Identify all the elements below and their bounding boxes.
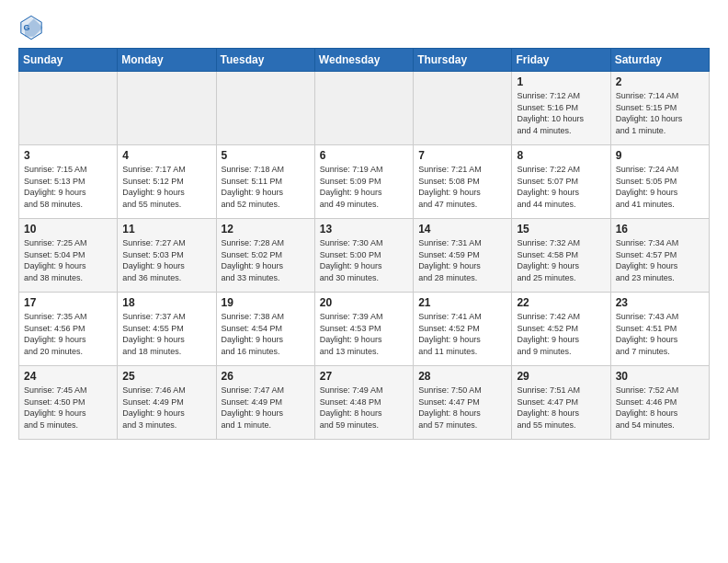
day-cell: 5Sunrise: 7:18 AM Sunset: 5:11 PM Daylig… — [216, 145, 314, 219]
day-cell: 24Sunrise: 7:45 AM Sunset: 4:50 PM Dayli… — [19, 366, 118, 440]
day-info: Sunrise: 7:47 AM Sunset: 4:49 PM Dayligh… — [222, 385, 310, 431]
day-cell: 15Sunrise: 7:32 AM Sunset: 4:58 PM Dayli… — [512, 219, 610, 293]
day-number: 3 — [24, 149, 112, 162]
day-cell: 2Sunrise: 7:14 AM Sunset: 5:15 PM Daylig… — [610, 72, 709, 145]
header: G — [18, 15, 710, 40]
day-number: 27 — [320, 370, 408, 383]
day-info: Sunrise: 7:45 AM Sunset: 4:50 PM Dayligh… — [24, 385, 112, 431]
day-number: 10 — [24, 223, 112, 236]
column-header-saturday: Saturday — [610, 49, 709, 72]
day-cell: 14Sunrise: 7:31 AM Sunset: 4:59 PM Dayli… — [414, 219, 512, 293]
day-info: Sunrise: 7:24 AM Sunset: 5:05 PM Dayligh… — [616, 164, 704, 210]
day-info: Sunrise: 7:15 AM Sunset: 5:13 PM Dayligh… — [24, 164, 112, 210]
day-number: 21 — [418, 296, 506, 309]
day-number: 26 — [222, 370, 310, 383]
day-cell: 4Sunrise: 7:17 AM Sunset: 5:12 PM Daylig… — [118, 145, 216, 219]
day-number: 9 — [616, 149, 704, 162]
day-number: 7 — [418, 149, 506, 162]
day-info: Sunrise: 7:25 AM Sunset: 5:04 PM Dayligh… — [24, 237, 112, 283]
day-cell: 20Sunrise: 7:39 AM Sunset: 4:53 PM Dayli… — [314, 293, 413, 366]
week-row-2: 3Sunrise: 7:15 AM Sunset: 5:13 PM Daylig… — [19, 145, 710, 219]
day-info: Sunrise: 7:12 AM Sunset: 5:16 PM Dayligh… — [517, 90, 605, 136]
day-number: 17 — [24, 296, 112, 309]
day-info: Sunrise: 7:18 AM Sunset: 5:11 PM Dayligh… — [222, 164, 310, 210]
day-cell — [216, 72, 314, 145]
day-info: Sunrise: 7:27 AM Sunset: 5:03 PM Dayligh… — [122, 237, 210, 283]
day-number: 2 — [616, 75, 704, 88]
day-number: 29 — [517, 370, 605, 383]
day-number: 14 — [418, 223, 506, 236]
day-info: Sunrise: 7:46 AM Sunset: 4:49 PM Dayligh… — [122, 385, 210, 431]
day-info: Sunrise: 7:31 AM Sunset: 4:59 PM Dayligh… — [418, 237, 506, 283]
day-info: Sunrise: 7:51 AM Sunset: 4:47 PM Dayligh… — [517, 385, 605, 431]
day-cell: 27Sunrise: 7:49 AM Sunset: 4:48 PM Dayli… — [314, 366, 413, 440]
day-cell: 16Sunrise: 7:34 AM Sunset: 4:57 PM Dayli… — [610, 219, 709, 293]
day-info: Sunrise: 7:52 AM Sunset: 4:46 PM Dayligh… — [616, 385, 704, 431]
day-info: Sunrise: 7:39 AM Sunset: 4:53 PM Dayligh… — [320, 311, 408, 357]
day-info: Sunrise: 7:49 AM Sunset: 4:48 PM Dayligh… — [320, 385, 408, 431]
day-cell — [19, 72, 118, 145]
day-info: Sunrise: 7:28 AM Sunset: 5:02 PM Dayligh… — [222, 237, 310, 283]
day-number: 25 — [122, 370, 210, 383]
week-row-3: 10Sunrise: 7:25 AM Sunset: 5:04 PM Dayli… — [19, 219, 710, 293]
day-number: 1 — [517, 75, 605, 88]
day-cell: 9Sunrise: 7:24 AM Sunset: 5:05 PM Daylig… — [610, 145, 709, 219]
day-cell — [314, 72, 413, 145]
header-row: SundayMondayTuesdayWednesdayThursdayFrid… — [19, 49, 710, 72]
day-cell: 18Sunrise: 7:37 AM Sunset: 4:55 PM Dayli… — [118, 293, 216, 366]
day-cell: 1Sunrise: 7:12 AM Sunset: 5:16 PM Daylig… — [512, 72, 610, 145]
day-cell — [414, 72, 512, 145]
day-number: 23 — [616, 296, 704, 309]
day-info: Sunrise: 7:30 AM Sunset: 5:00 PM Dayligh… — [320, 237, 408, 283]
column-header-friday: Friday — [512, 49, 610, 72]
day-number: 22 — [517, 296, 605, 309]
day-number: 19 — [222, 296, 310, 309]
day-number: 16 — [616, 223, 704, 236]
day-cell — [118, 72, 216, 145]
day-cell: 22Sunrise: 7:42 AM Sunset: 4:52 PM Dayli… — [512, 293, 610, 366]
day-cell: 23Sunrise: 7:43 AM Sunset: 4:51 PM Dayli… — [610, 293, 709, 366]
day-number: 6 — [320, 149, 408, 162]
week-row-4: 17Sunrise: 7:35 AM Sunset: 4:56 PM Dayli… — [19, 293, 710, 366]
day-info: Sunrise: 7:35 AM Sunset: 4:56 PM Dayligh… — [24, 311, 112, 357]
day-info: Sunrise: 7:22 AM Sunset: 5:07 PM Dayligh… — [517, 164, 605, 210]
day-info: Sunrise: 7:14 AM Sunset: 5:15 PM Dayligh… — [616, 90, 704, 136]
day-number: 15 — [517, 223, 605, 236]
day-info: Sunrise: 7:34 AM Sunset: 4:57 PM Dayligh… — [616, 237, 704, 283]
day-cell: 12Sunrise: 7:28 AM Sunset: 5:02 PM Dayli… — [216, 219, 314, 293]
day-cell: 3Sunrise: 7:15 AM Sunset: 5:13 PM Daylig… — [19, 145, 118, 219]
column-header-thursday: Thursday — [414, 49, 512, 72]
day-cell: 21Sunrise: 7:41 AM Sunset: 4:52 PM Dayli… — [414, 293, 512, 366]
day-cell: 25Sunrise: 7:46 AM Sunset: 4:49 PM Dayli… — [118, 366, 216, 440]
day-info: Sunrise: 7:42 AM Sunset: 4:52 PM Dayligh… — [517, 311, 605, 357]
day-info: Sunrise: 7:41 AM Sunset: 4:52 PM Dayligh… — [418, 311, 506, 357]
logo: G — [18, 15, 48, 40]
day-number: 30 — [616, 370, 704, 383]
week-row-5: 24Sunrise: 7:45 AM Sunset: 4:50 PM Dayli… — [19, 366, 710, 440]
day-number: 13 — [320, 223, 408, 236]
column-header-sunday: Sunday — [19, 49, 118, 72]
column-header-wednesday: Wednesday — [314, 49, 413, 72]
page: G SundayMondayTuesdayWednesdayThursdayFr… — [0, 0, 728, 449]
day-cell: 10Sunrise: 7:25 AM Sunset: 5:04 PM Dayli… — [19, 219, 118, 293]
day-number: 4 — [122, 149, 210, 162]
day-cell: 30Sunrise: 7:52 AM Sunset: 4:46 PM Dayli… — [610, 366, 709, 440]
column-header-monday: Monday — [118, 49, 216, 72]
day-number: 24 — [24, 370, 112, 383]
day-cell: 6Sunrise: 7:19 AM Sunset: 5:09 PM Daylig… — [314, 145, 413, 219]
svg-text:G: G — [24, 23, 30, 32]
day-cell: 7Sunrise: 7:21 AM Sunset: 5:08 PM Daylig… — [414, 145, 512, 219]
day-info: Sunrise: 7:32 AM Sunset: 4:58 PM Dayligh… — [517, 237, 605, 283]
day-number: 8 — [517, 149, 605, 162]
day-cell: 13Sunrise: 7:30 AM Sunset: 5:00 PM Dayli… — [314, 219, 413, 293]
day-number: 11 — [122, 223, 210, 236]
day-info: Sunrise: 7:21 AM Sunset: 5:08 PM Dayligh… — [418, 164, 506, 210]
day-cell: 29Sunrise: 7:51 AM Sunset: 4:47 PM Dayli… — [512, 366, 610, 440]
day-cell: 11Sunrise: 7:27 AM Sunset: 5:03 PM Dayli… — [118, 219, 216, 293]
day-cell: 28Sunrise: 7:50 AM Sunset: 4:47 PM Dayli… — [414, 366, 512, 440]
day-cell: 17Sunrise: 7:35 AM Sunset: 4:56 PM Dayli… — [19, 293, 118, 366]
day-cell: 8Sunrise: 7:22 AM Sunset: 5:07 PM Daylig… — [512, 145, 610, 219]
day-cell: 26Sunrise: 7:47 AM Sunset: 4:49 PM Dayli… — [216, 366, 314, 440]
day-info: Sunrise: 7:37 AM Sunset: 4:55 PM Dayligh… — [122, 311, 210, 357]
calendar-table: SundayMondayTuesdayWednesdayThursdayFrid… — [18, 48, 710, 440]
